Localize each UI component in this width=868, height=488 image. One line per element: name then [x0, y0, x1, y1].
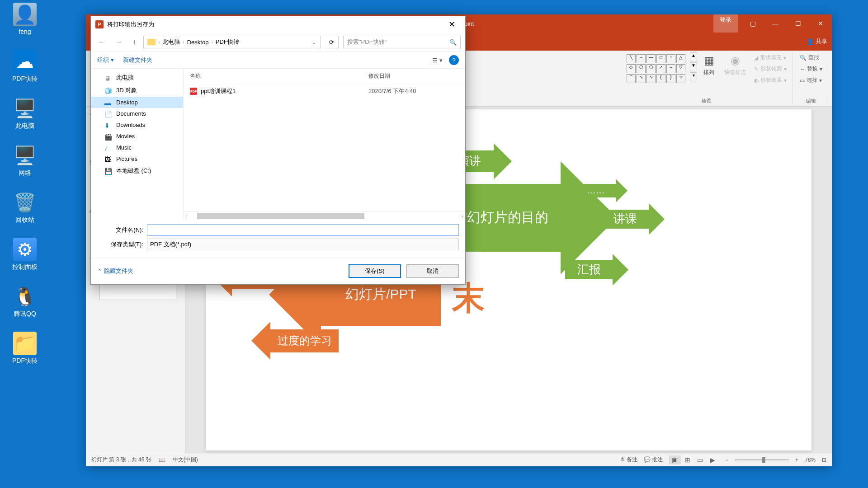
tree-pictures[interactable]: 🖼Pictures	[91, 153, 183, 164]
cube-icon: 🧊	[104, 87, 113, 94]
slide-counter: 幻灯片 第 3 张，共 46 张	[91, 456, 151, 464]
search-icon: 🔍	[449, 39, 457, 46]
help-icon[interactable]: ?	[449, 55, 459, 65]
login-button[interactable]: 登录	[713, 14, 738, 33]
find-button[interactable]: 🔍查找	[798, 52, 824, 63]
horizontal-scrollbar[interactable]: ‹›	[184, 211, 465, 220]
filetype-select[interactable]: PDF 文档(*.pdf)	[147, 239, 459, 250]
desktop-icon: ▬	[104, 99, 113, 106]
filename-input[interactable]	[147, 224, 459, 236]
tree-local-disk[interactable]: 💾本地磁盘 (C:)	[91, 164, 183, 177]
hide-folders-button[interactable]: ⌃隐藏文件夹	[97, 267, 133, 275]
nav-up-icon[interactable]: ↑	[130, 38, 139, 46]
save-button[interactable]: 保存(S)	[349, 264, 401, 278]
notes-button[interactable]: ≜ 备注	[620, 456, 637, 464]
tree-documents[interactable]: 📄Documents	[91, 108, 183, 119]
tree-3d-objects[interactable]: 🧊3D 对象	[91, 84, 183, 97]
downloads-icon: ⬇	[104, 122, 113, 128]
folder-icon	[147, 39, 156, 45]
arrange-icon: ▦	[704, 54, 714, 67]
dialog-nav: ← → ↑ › 此电脑 › Desktop › PDF快转 ⌄ ⟳ 搜索"PDF…	[91, 33, 465, 52]
group-label: 绘图	[625, 97, 788, 104]
close-icon[interactable]: ✕	[809, 14, 832, 33]
replace-button[interactable]: ↔替换▾	[798, 64, 824, 74]
column-date[interactable]: 修改日期	[368, 72, 459, 80]
breadcrumb-dropdown-icon[interactable]: ⌄	[311, 39, 316, 46]
arrow-dots: ……	[572, 179, 631, 202]
bin-icon: 🗑️	[13, 191, 37, 214]
pc-icon: 🖥️	[13, 97, 37, 120]
file-row[interactable]: PDFppt培训课程1 2020/7/6 下午4:40	[184, 84, 465, 99]
maximize-icon[interactable]: ☐	[787, 14, 809, 33]
folder-tree[interactable]: 🖥此电脑 🧊3D 对象 ▬Desktop 📄Documents ⬇Downloa…	[91, 69, 184, 220]
icon-label: PDF快转	[5, 357, 45, 365]
network-icon: 🖥️	[13, 144, 37, 167]
gallery-scroll-down-icon[interactable]: ▼	[690, 62, 697, 71]
zoom-out-icon[interactable]: −	[725, 457, 728, 463]
styles-icon: ◉	[731, 54, 740, 67]
dialog-close-icon[interactable]: ✕	[443, 19, 461, 29]
desktop-icon-user[interactable]: 👤 feng	[5, 3, 45, 35]
refresh-icon[interactable]: ⟳	[325, 36, 339, 48]
fill-icon: ◢	[754, 55, 758, 61]
zoom-slider[interactable]	[735, 459, 789, 460]
spellcheck-icon[interactable]: 📖	[159, 457, 165, 463]
shape-outline-button: ✎形状轮廓▾	[752, 64, 788, 74]
fit-window-icon[interactable]: ⊡	[822, 457, 826, 463]
reading-view-icon[interactable]: ▭	[694, 455, 706, 465]
desktop-icon-network[interactable]: 🖥️ 网络	[5, 144, 45, 177]
arrange-button[interactable]: ▦ 排列	[700, 52, 718, 78]
tree-movies[interactable]: 🎬Movies	[91, 131, 183, 142]
dialog-body: 🖥此电脑 🧊3D 对象 ▬Desktop 📄Documents ⬇Downloa…	[91, 69, 465, 220]
share-icon: 👤	[807, 38, 814, 45]
desktop-icon-thispc[interactable]: 🖥️ 此电脑	[5, 97, 45, 130]
view-mode-icon[interactable]: ☰ ▾	[432, 57, 443, 64]
effects-icon: ◐	[754, 77, 759, 84]
zoom-level[interactable]: 78%	[805, 457, 816, 463]
tree-desktop[interactable]: ▬Desktop	[91, 97, 183, 108]
nav-back-icon[interactable]: ←	[95, 38, 108, 46]
file-list: 名称 修改日期 PDFppt培训课程1 2020/7/6 下午4:40 ‹›	[184, 69, 465, 220]
desktop-icon-recyclebin[interactable]: 🗑️ 回收站	[5, 191, 45, 224]
language-indicator[interactable]: 中文(中国)	[173, 456, 198, 464]
desktop-icon-pdfapp[interactable]: ☁ PDF快转	[5, 50, 45, 83]
column-name[interactable]: 名称	[190, 72, 368, 80]
qq-icon: 🐧	[13, 285, 37, 308]
gallery-more-icon[interactable]: ▾	[690, 72, 697, 81]
desktop-icon-qq[interactable]: 🐧 腾讯QQ	[5, 285, 45, 318]
normal-view-icon[interactable]: ▣	[669, 455, 681, 465]
desktop-icon-pdffolder[interactable]: 📁 PDF快转	[5, 332, 45, 365]
zoom-in-icon[interactable]: +	[795, 457, 798, 463]
filetype-label: 保存类型(T):	[97, 240, 147, 249]
tree-downloads[interactable]: ⬇Downloads	[91, 119, 183, 131]
minimize-icon[interactable]: —	[764, 14, 787, 33]
ribbon-display-icon[interactable]: ▢	[741, 14, 764, 33]
dialog-titlebar: P 将打印输出另存为 ✕	[91, 16, 465, 33]
cancel-button[interactable]: 取消	[406, 264, 459, 278]
pc-icon: 🖥	[104, 75, 113, 81]
file-list-header[interactable]: 名称 修改日期	[184, 69, 465, 84]
dialog-title: 将打印输出另存为	[107, 20, 154, 28]
comments-button[interactable]: 💬 批注	[644, 456, 663, 464]
breadcrumb[interactable]: › 此电脑 › Desktop › PDF快转 ⌄	[143, 36, 321, 48]
movies-icon: 🎬	[104, 133, 113, 140]
nav-forward-icon[interactable]: →	[113, 38, 125, 46]
filename-label: 文件名(N):	[97, 226, 147, 234]
tree-this-pc[interactable]: 🖥此电脑	[91, 71, 183, 84]
desktop-icon-controlpanel[interactable]: ⚙ 控制面板	[5, 238, 45, 271]
tree-music[interactable]: ♪Music	[91, 142, 183, 153]
gallery-scroll-up-icon[interactable]: ▲	[690, 52, 697, 61]
organize-button[interactable]: 组织 ▾	[97, 56, 114, 64]
shapes-gallery[interactable]: ╲→—▭○△ ◇⬡⬠↗→▽ ⌒∿∿{}☆	[625, 52, 687, 85]
slideshow-view-icon[interactable]: ▶	[707, 455, 719, 465]
powerpoint-icon: P	[95, 20, 104, 28]
select-button[interactable]: ▭选择▾	[798, 75, 824, 85]
icon-label: 控制面板	[5, 263, 45, 271]
outline-icon: ✎	[754, 66, 759, 72]
folder-icon: 📁	[13, 332, 37, 355]
search-field[interactable]: 搜索"PDF快转" 🔍	[343, 36, 461, 48]
new-folder-button[interactable]: 新建文件夹	[123, 56, 152, 64]
share-button[interactable]: 👤 共享	[807, 38, 827, 46]
sorter-view-icon[interactable]: ⊞	[682, 455, 693, 465]
pdf-icon: PDF	[190, 88, 197, 95]
